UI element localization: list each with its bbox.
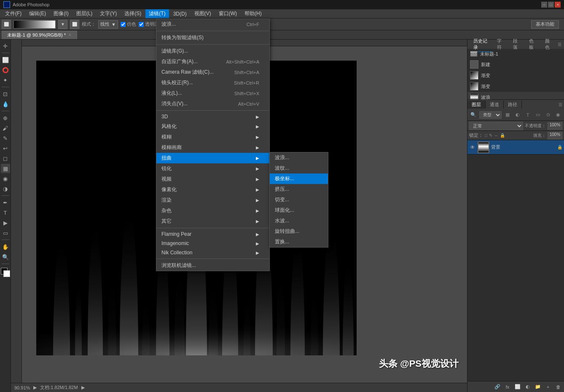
filter-convert-smart[interactable]: 转换为智能滤镜(S) [156,32,269,43]
fill-value[interactable]: 100% [548,132,562,139]
menu-select[interactable]: 选择(S) [121,9,145,18]
layer-fx-button[interactable]: fx [503,383,512,391]
distort-twirl[interactable]: 旋转扭曲... [270,226,328,237]
menu-file[interactable]: 文件(F) [2,9,25,18]
layers-tab[interactable]: 图层 [467,101,486,109]
lock-position-icon[interactable]: ✎ [489,133,492,138]
distort-spherize[interactable]: 球面化... [270,205,328,216]
filter-browse-online[interactable]: 浏览联机滤镜... [156,260,269,271]
layer-filter-pixel-icon[interactable]: ▦ [503,111,512,119]
history-panel-menu[interactable]: ☰ [558,42,561,47]
menu-layer[interactable]: 图层(L) [73,9,96,18]
distort-bolang[interactable]: 波浪... [270,152,328,163]
filter-flaming-pear[interactable]: Flaming Pear ▶ [156,229,269,239]
eyedropper-tool[interactable]: 💧 [1,99,10,109]
filter-blur-gallery[interactable]: 模糊画廊 ▶ [156,142,269,153]
window-controls[interactable]: ─ □ ✕ [541,2,561,8]
distort-shear[interactable]: 切变... [270,195,328,205]
text-tool[interactable]: T [1,208,10,217]
menu-help[interactable]: 帮助(H) [241,9,265,18]
lock-all-icon[interactable]: 🔒 [500,133,505,138]
pen-tool[interactable]: ✒ [1,198,10,207]
color-tab[interactable]: 颜色 [542,37,556,51]
layer-visibility-icon[interactable]: 👁 [469,144,476,151]
blur-tool[interactable]: ◉ [1,174,10,183]
fg-bg-colors[interactable] [1,268,10,277]
history-brush-tool[interactable]: ↩ [1,144,10,153]
menu-window[interactable]: 窗口(W) [215,9,240,18]
filter-render[interactable]: 渲染 ▶ [156,195,269,205]
history-tab[interactable]: 历史记录 [470,37,492,52]
move-tool[interactable]: ✛ [1,41,10,51]
lasso-tool[interactable]: ⭕ [1,65,10,75]
filter-lens-correct[interactable]: 镜头校正(R)... Shift+Ctrl+R [156,77,269,88]
filter-vanishpoint[interactable]: 消失点(V)... Alt+Ctrl+V [156,99,269,109]
zoom-tool[interactable]: 🔍 [1,252,10,261]
opacity-value[interactable]: 100% [548,122,562,130]
layer-adjustment-button[interactable]: ◐ [524,383,532,391]
filter-bolang-recent[interactable]: 波浪... Ctrl+F [156,19,269,29]
menu-view[interactable]: 视图(V) [191,9,215,18]
filter-liquify[interactable]: 液化(L)... Shift+Ctrl+X [156,88,269,99]
path-selection-tool[interactable]: ▶ [1,218,10,227]
lock-transform-icon[interactable]: ↔ [494,133,498,138]
clone-tool[interactable]: ✎ [1,133,10,143]
hand-tool[interactable]: ✋ [1,242,10,251]
eraser-tool[interactable]: ◻ [1,154,10,163]
layer-delete-button[interactable]: 🗑 [554,383,562,391]
layer-group-button[interactable]: 📁 [534,383,542,391]
layer-filter-adjustment-icon[interactable]: ◐ [513,111,522,119]
gradient-preview[interactable] [13,20,56,29]
gradient-tool[interactable]: ▦ [1,164,10,173]
zoom-arrow-icon[interactable]: ▶ [33,385,37,390]
options-btn1[interactable]: ⬜ [2,20,11,29]
filter-stylize[interactable]: 风格化 ▶ [156,121,269,132]
distort-displace[interactable]: 置换... [270,237,328,247]
wand-tool[interactable]: ✦ [1,75,10,85]
layer-filter-shape-icon[interactable]: ▭ [534,111,542,119]
layer-filter-toggle[interactable]: ◉ [554,111,562,119]
characters-tab[interactable]: 字符 [494,37,508,51]
menu-filter[interactable]: 滤镜(T) [145,9,169,18]
menu-edit[interactable]: 编辑(E) [26,9,49,18]
workspace-mode-button[interactable]: 基本功能 [531,20,559,29]
close-button[interactable]: ✕ [555,2,561,8]
minimize-button[interactable]: ─ [541,2,547,8]
paths-tab[interactable]: 路径 [504,101,522,109]
lock-pixels-icon[interactable]: □ [485,133,487,138]
filter-noise[interactable]: 杂色 ▶ [156,205,269,216]
dithering-checkbox[interactable]: 仿色 [121,21,136,27]
options-btn2[interactable]: ▼ [58,20,67,29]
layer-row[interactable]: 👁 背景 🔒 [467,140,564,155]
menu-text[interactable]: 文字(Y) [97,9,120,18]
menu-image[interactable]: 图像(I) [50,9,72,18]
history-gradient2-item[interactable]: 渐变 [467,81,564,92]
layers-panel-menu[interactable]: ☰ [559,102,562,107]
layer-new-button[interactable]: + [544,383,552,391]
filter-nik-collection[interactable]: Nik Collection ▶ [156,248,269,257]
filter-other[interactable]: 其它 ▶ [156,216,269,227]
layer-filter-smart-icon[interactable]: ⊙ [544,111,552,119]
document-tab[interactable]: 未标题-1 @ 90.9%(RGB/8) * ✕ [2,31,77,39]
filter-distort[interactable]: 扭曲 ▶ 波浪... 波纹... 极坐标... 挤压... 切变... 球面化.… [156,153,269,163]
info-arrow-icon[interactable]: ▶ [81,385,85,390]
crop-tool[interactable]: ⊡ [1,89,10,99]
shape-tool[interactable]: ▭ [1,228,10,237]
maximize-button[interactable]: □ [548,2,554,8]
history-new-item[interactable]: 新建 [467,59,564,70]
history-wave-item[interactable]: 波浪 [467,92,564,99]
mode-dropdown[interactable]: 线性 ▼ [98,20,118,29]
history-gradient1-item[interactable]: 渐变 [467,70,564,81]
distort-bowing[interactable]: 波纹... [270,163,328,173]
swatches-tab[interactable]: 色板 [526,37,540,51]
brush-tool[interactable]: 🖌 [1,123,10,133]
filter-3d[interactable]: 3D ▶ [156,112,269,121]
filter-camera-raw[interactable]: Camera Raw 滤镜(C)... Shift+Ctrl+A [156,67,269,77]
layer-type-filter[interactable]: 类型 [479,111,502,119]
options-mode-btn[interactable]: ⬜ [70,20,79,29]
distort-ripple[interactable]: 水波... [270,216,328,226]
filter-gallery[interactable]: 滤镜库(G)... [156,46,269,56]
blend-mode-select[interactable]: 正常 [469,122,523,130]
tab-close-button[interactable]: ✕ [68,33,72,37]
heal-tool[interactable]: ⊕ [1,113,10,123]
